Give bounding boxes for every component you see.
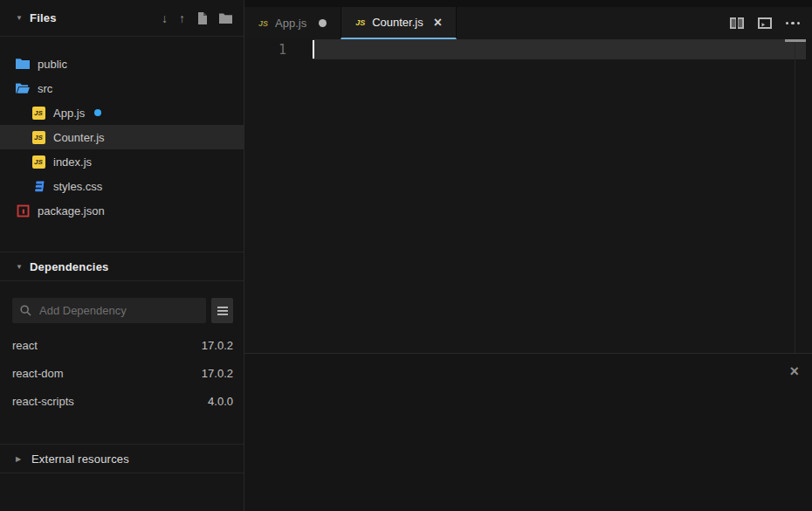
file-tree-item-packagejson[interactable]: package.json xyxy=(0,198,244,223)
tab-label: Counter.js xyxy=(372,16,423,29)
files-title: Files xyxy=(30,11,57,24)
file-name: package.json xyxy=(38,204,105,218)
js-file-icon: JS xyxy=(31,130,45,144)
npm-file-icon xyxy=(16,204,30,218)
file-tree-item-src[interactable]: src xyxy=(0,76,244,100)
file-name: index.js xyxy=(53,155,92,169)
js-icon: JS xyxy=(355,18,365,27)
dependency-list: react 17.0.2 react-dom 17.0.2 react-scri… xyxy=(0,331,244,415)
dependency-row-react-dom[interactable]: react-dom 17.0.2 xyxy=(0,359,244,387)
file-tree-item-indexjs[interactable]: JS index.js xyxy=(0,149,244,174)
dependencies-title: Dependencies xyxy=(30,260,109,273)
main-area: JS App.js JS Counter.js × 1 xyxy=(244,0,812,511)
js-icon: JS xyxy=(258,19,268,28)
folder-open-icon xyxy=(16,81,30,95)
tab-bar: JS App.js JS Counter.js × xyxy=(244,0,812,39)
scrollbar-thumb[interactable] xyxy=(785,39,806,42)
file-tree-item-counterjs[interactable]: JS Counter.js xyxy=(0,125,244,149)
folder-icon xyxy=(16,57,30,71)
search-wrap xyxy=(12,298,206,323)
collapse-icon[interactable]: ▼ xyxy=(16,263,24,271)
file-tree-item-stylescss[interactable]: styles.css xyxy=(0,174,244,198)
tab-appjs[interactable]: JS App.js xyxy=(244,7,341,39)
external-resources-header[interactable]: ▶ External resources xyxy=(0,444,244,473)
file-name: Counter.js xyxy=(53,131,105,144)
files-section-header[interactable]: ▼ Files ↓ ↑ xyxy=(0,0,244,37)
tab-counterjs[interactable]: JS Counter.js × xyxy=(341,7,457,39)
add-dependency-input[interactable] xyxy=(12,298,206,323)
unsaved-dot-icon[interactable] xyxy=(319,19,327,27)
dependency-name: react xyxy=(12,339,38,352)
dependency-name: react-scripts xyxy=(12,395,74,408)
new-file-icon[interactable] xyxy=(196,12,208,24)
tabbar-actions xyxy=(730,0,812,39)
bottom-panel: × xyxy=(244,353,812,511)
dependencies-section: ▼ Dependencies react 17.0.2 react-dom xyxy=(0,252,244,415)
file-name: src xyxy=(38,82,52,95)
move-down-icon[interactable]: ↓ xyxy=(162,12,168,24)
tab-label: App.js xyxy=(275,17,306,30)
code-editor-window: ▼ Files ↓ ↑ public xyxy=(0,0,812,511)
close-tab-icon[interactable]: × xyxy=(434,16,442,30)
more-options-icon[interactable] xyxy=(786,22,801,25)
dependency-version: 4.0.0 xyxy=(208,395,233,408)
split-view-icon[interactable] xyxy=(730,17,744,29)
sidebar: ▼ Files ↓ ↑ public xyxy=(0,0,244,511)
dependency-name: react-dom xyxy=(12,367,64,380)
scrollbar-track xyxy=(795,39,795,353)
file-tree: public src JS App.js JS Counter.js xyxy=(0,37,244,223)
new-folder-icon[interactable] xyxy=(219,12,232,24)
js-file-icon: JS xyxy=(31,155,45,169)
dependencies-header[interactable]: ▼ Dependencies xyxy=(0,252,244,281)
dependency-search-row xyxy=(0,281,244,323)
js-file-icon: JS xyxy=(31,106,45,120)
hamburger-icon xyxy=(217,307,228,315)
file-name: styles.css xyxy=(53,180,102,193)
code-editor[interactable]: 1 xyxy=(244,39,812,353)
css-file-icon xyxy=(31,179,45,193)
files-header-actions: ↓ ↑ xyxy=(162,12,232,24)
dependency-version: 17.0.2 xyxy=(202,367,233,380)
expand-icon[interactable]: ▶ xyxy=(16,455,24,463)
external-resources-title: External resources xyxy=(31,452,129,466)
modified-dot-icon xyxy=(94,109,101,116)
collapse-icon[interactable]: ▼ xyxy=(16,14,24,22)
line-number: 1 xyxy=(244,40,313,59)
dependency-row-react-scripts[interactable]: react-scripts 4.0.0 xyxy=(0,387,244,415)
dependency-menu-button[interactable] xyxy=(211,298,233,323)
dependency-row-react[interactable]: react 17.0.2 xyxy=(0,331,244,359)
close-panel-icon[interactable]: × xyxy=(789,363,799,379)
file-name: public xyxy=(38,58,67,71)
file-name: App.js xyxy=(53,107,85,120)
text-cursor xyxy=(313,40,314,59)
file-tree-item-appjs[interactable]: JS App.js xyxy=(0,100,244,125)
move-up-icon[interactable]: ↑ xyxy=(179,12,185,24)
preview-icon[interactable] xyxy=(758,17,772,29)
dependency-version: 17.0.2 xyxy=(202,339,233,352)
current-line-highlight xyxy=(313,39,806,59)
file-tree-item-public[interactable]: public xyxy=(0,52,244,76)
